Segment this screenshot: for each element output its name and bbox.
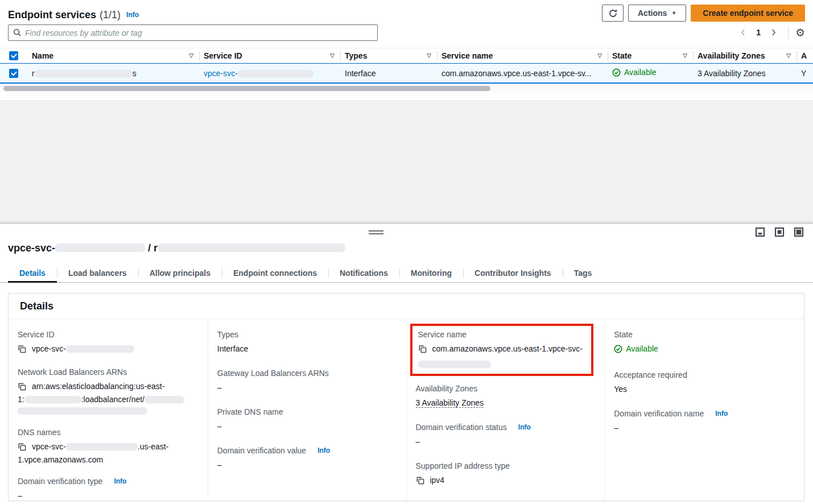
panel-size-small-icon <box>755 227 765 237</box>
search-input[interactable] <box>25 28 373 38</box>
availability-zones-link[interactable]: 3 Availability Zones <box>698 69 766 78</box>
redacted-text <box>66 443 138 451</box>
chevron-right-icon <box>770 28 777 36</box>
panel-size-medium-icon <box>774 227 785 237</box>
redacted-text <box>145 396 184 403</box>
header-info-link[interactable]: Info <box>126 11 139 19</box>
cell-types: Interface <box>340 69 437 78</box>
field-domain-verification-value: Domain verification value Info – <box>217 445 397 470</box>
tab-load-balancers[interactable]: Load balancers <box>57 263 138 282</box>
redacted-text <box>158 243 345 252</box>
redacted-text <box>24 396 81 403</box>
redacted-text <box>35 70 133 77</box>
create-endpoint-service-button[interactable]: Create endpoint service <box>691 5 805 22</box>
field-acceptance-required: Acceptance required Yes <box>614 370 795 395</box>
actions-button[interactable]: Actions ▼ <box>628 5 686 22</box>
details-card: Details Service ID vpce-svc- Network Loa… <box>8 293 804 501</box>
info-link[interactable]: Info <box>518 422 531 432</box>
panel-size-controls <box>755 227 804 237</box>
pagination: 1 ⚙ <box>736 25 805 40</box>
horizontal-scrollbar[interactable] <box>0 85 813 92</box>
column-header-name[interactable]: Name▽ <box>27 48 199 63</box>
column-header-service-id[interactable]: Service ID▽ <box>199 48 340 63</box>
copy-icon[interactable] <box>18 444 28 453</box>
pagination-next-button[interactable] <box>766 25 781 40</box>
field-domain-verification-name: Domain verification name Info – <box>614 408 795 433</box>
field-service-name-highlighted: Service name com.amazonaws.vpce.us-east-… <box>410 324 593 376</box>
table-row[interactable]: rs vpce-svc- Interface com.amazonaws.vpc… <box>0 63 813 84</box>
details-heading: Details <box>9 294 804 319</box>
panel-size-large-button[interactable] <box>794 227 804 237</box>
sort-icon[interactable]: ▽ <box>427 52 431 59</box>
sort-icon[interactable]: ▽ <box>683 52 687 59</box>
tab-endpoint-connections[interactable]: Endpoint connections <box>222 263 328 282</box>
cell-name: rs <box>27 69 199 78</box>
column-header-state[interactable]: State▽ <box>608 48 693 63</box>
panel-size-large-icon <box>794 227 804 237</box>
pagination-prev-button[interactable] <box>736 25 750 40</box>
copy-icon[interactable] <box>18 383 28 393</box>
field-private-dns-name: Private DNS name – <box>217 407 397 432</box>
sort-icon[interactable]: ▽ <box>597 52 602 59</box>
details-body: Service ID vpce-svc- Network Load Balanc… <box>9 319 804 500</box>
redacted-text <box>238 70 313 77</box>
tab-tags[interactable]: Tags <box>563 263 604 282</box>
tab-contributor-insights[interactable]: Contributor Insights <box>463 263 563 282</box>
tab-monitoring[interactable]: Monitoring <box>399 263 463 282</box>
redacted-text <box>55 243 145 252</box>
table-settings-button[interactable]: ⚙ <box>795 27 805 38</box>
field-gateway-load-balancers-arns: Gateway Load Balancers ARNs – <box>217 368 397 393</box>
copy-icon[interactable] <box>418 346 429 355</box>
cell-partial: Y <box>797 69 813 78</box>
redacted-text <box>66 345 134 353</box>
tab-allow-principals[interactable]: Allow principals <box>138 263 222 282</box>
field-state: State Available <box>614 329 795 356</box>
field-dns-names: DNS names vpce-svc-.us-east- 1.vpce.amaz… <box>18 427 199 465</box>
resource-count: (1/1) <box>100 9 121 21</box>
panel-size-small-button[interactable] <box>755 227 765 237</box>
field-availability-zones: Availability Zones 3 Availability Zones <box>416 383 596 408</box>
cell-state: Available <box>608 68 693 79</box>
row-select-cell <box>0 69 27 78</box>
scrollbar-thumb[interactable] <box>3 86 490 91</box>
split-panel: vpce-svc- / r Details Load balancers All… <box>0 223 813 504</box>
select-all-cell <box>0 51 27 60</box>
status-available-icon <box>612 68 621 77</box>
panel-tabs: Details Load balancers Allow principals … <box>0 263 813 283</box>
refresh-button[interactable] <box>602 5 624 22</box>
copy-icon[interactable] <box>18 346 28 355</box>
filter-search-box[interactable] <box>8 24 378 41</box>
info-link[interactable]: Info <box>715 408 728 419</box>
column-header-availability-zones[interactable]: Availability Zones▽ <box>693 48 797 63</box>
sort-icon[interactable]: ▽ <box>786 52 791 59</box>
column-header-types[interactable]: Types▽ <box>340 48 437 63</box>
status-available-icon <box>614 345 622 353</box>
details-column-4: State Available Acceptance required <box>605 319 804 500</box>
row-checkbox[interactable] <box>9 69 18 78</box>
pagination-divider <box>788 26 789 39</box>
pagination-page-number: 1 <box>753 28 764 37</box>
copy-icon[interactable] <box>416 477 427 486</box>
search-icon <box>13 28 22 37</box>
tab-details[interactable]: Details <box>8 263 57 282</box>
details-column-2: Types Interface Gateway Load Balancers A… <box>208 319 407 500</box>
tab-notifications[interactable]: Notifications <box>328 263 399 282</box>
cell-availability-zones: 3 Availability Zones <box>693 69 797 78</box>
sort-icon[interactable]: ▽ <box>330 52 335 59</box>
field-supported-ip-address-type: Supported IP address type ipv4 <box>416 461 596 488</box>
info-link[interactable]: Info <box>317 445 330 456</box>
redacted-text <box>18 407 147 415</box>
availability-zones-link[interactable]: 3 Availability Zones <box>416 398 484 408</box>
column-header-service-name[interactable]: Service name▽ <box>437 48 608 63</box>
sort-icon[interactable]: ▽ <box>189 52 193 59</box>
split-panel-drag-handle[interactable] <box>369 229 383 236</box>
page-title: Endpoint services <box>8 9 96 21</box>
details-column-3: Service name com.amazonaws.vpce.us-east-… <box>407 319 605 500</box>
column-header-partial[interactable]: A <box>797 48 813 63</box>
field-service-id: Service ID vpce-svc- <box>18 329 199 356</box>
info-link[interactable]: Info <box>114 476 126 486</box>
endpoint-services-page: Endpoint services (1/1) Info Actions ▼ C… <box>0 0 813 504</box>
panel-size-medium-button[interactable] <box>774 227 785 237</box>
select-all-checkbox[interactable] <box>9 51 18 60</box>
service-id-link[interactable]: vpce-svc- <box>204 69 313 78</box>
